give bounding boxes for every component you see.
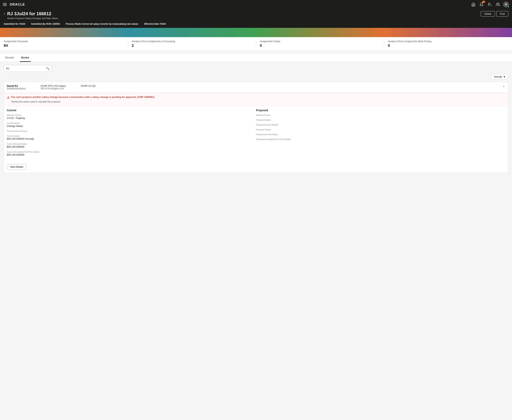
stat-value: 84 bbox=[4, 44, 124, 48]
home-icon-button[interactable] bbox=[470, 1, 476, 8]
sort-by-button[interactable]: Sort By ▼ bbox=[491, 74, 508, 79]
proposed-action-reason: Proposed Action Reason bbox=[256, 124, 505, 126]
stats-row: Assignments Processed 84Number of Error … bbox=[0, 37, 512, 51]
banner-image bbox=[0, 28, 512, 37]
page-header: ‹ RJ 3Jul24 for 166612 Review Proposed S… bbox=[0, 9, 512, 23]
employee-id: E99899095490010 bbox=[7, 87, 26, 90]
submitted-by: Submitted By HCM_USER2 bbox=[31, 23, 60, 25]
stat-label: Number of Error Assignments in Processin… bbox=[132, 40, 252, 43]
effective-date: Effective Date 7/3/24 bbox=[144, 23, 166, 25]
current-annualized-fts: Current Annualized Full-Time Salary $55,… bbox=[7, 151, 256, 156]
stat-card: Assignments Posted 0 bbox=[256, 37, 384, 51]
error-sub-text: Review the values used to calculate this… bbox=[11, 100, 505, 103]
stat-card: Number of Error Assignments While Postin… bbox=[384, 37, 512, 51]
proposed-effective-period: Effective Period bbox=[256, 114, 505, 116]
current-header: Current bbox=[7, 109, 256, 112]
oracle-logo: ORACLE bbox=[10, 3, 25, 7]
current-annual-salary: Current Annual Salary $55,100.000000 bbox=[7, 143, 256, 148]
process-mode: Process Mode Correct all salary records … bbox=[66, 23, 138, 25]
employee-salary-plan: ZCMP RTS USA Salary bbox=[40, 84, 66, 87]
error-section: ⚠ You can't propose another salary chang… bbox=[4, 93, 508, 106]
group-icon[interactable] bbox=[495, 1, 501, 8]
tab-errors[interactable]: Errors bbox=[20, 54, 31, 62]
collapse-button[interactable]: ⌃ bbox=[502, 85, 505, 89]
current-action: Current Action Change Salary bbox=[7, 122, 256, 127]
stat-label: Number of Error Assignments While Postin… bbox=[388, 40, 508, 43]
stat-card: Number of Error Assignments in Processin… bbox=[128, 37, 256, 51]
hamburger-menu[interactable] bbox=[3, 3, 7, 6]
stat-value: 0 bbox=[388, 44, 508, 48]
current-column: Current Effective Period 1/1/16 - Ongoin… bbox=[7, 109, 256, 159]
current-salary: Current salary $55,100.000000 Annually bbox=[7, 135, 256, 140]
main-content: 🔍 Sort By ▼ David RJ E99899095490010 ZCM… bbox=[0, 62, 512, 176]
employee-salary-sub: GBI HCM Widgets USA bbox=[40, 87, 66, 90]
proposed-annual-salary: Proposed Annual Salary bbox=[256, 133, 505, 135]
stat-label: Assignments Processed bbox=[4, 40, 124, 43]
current-effective-period: Effective Period 1/1/16 - Ongoing bbox=[7, 114, 256, 119]
person-slash-icon[interactable] bbox=[487, 1, 493, 8]
proposed-column: Proposed Effective Period Proposed Actio… bbox=[256, 109, 505, 159]
employee-name: David RJ bbox=[7, 84, 26, 87]
error-icon: ⚠ bbox=[7, 96, 9, 99]
view-details-button[interactable]: View Details bbox=[7, 164, 26, 170]
proposed-action: Proposed Action bbox=[256, 119, 505, 121]
tab-results[interactable]: Results bbox=[4, 54, 15, 62]
avatar-status-indicator bbox=[507, 6, 509, 8]
proposed-annualized-fts: Proposed Annualized Full-Time Salary bbox=[256, 138, 505, 140]
sort-row: Sort By ▼ bbox=[4, 74, 508, 79]
tabs-row: ResultsErrors bbox=[0, 54, 512, 62]
current-action-reason: Current Action Reason bbox=[7, 130, 256, 132]
stat-value: 2 bbox=[132, 44, 252, 48]
employee-header: David RJ E99899095490010 ZCMP RTS USA Sa… bbox=[4, 82, 508, 93]
post-button[interactable]: Post bbox=[497, 11, 508, 16]
avatar[interactable]: R bbox=[503, 1, 509, 8]
delete-button[interactable]: Delete bbox=[481, 11, 495, 16]
back-button[interactable]: ‹ bbox=[4, 11, 5, 16]
employee-dept: ZCMP US QA bbox=[81, 84, 96, 87]
error-message: ⚠ You can't propose another salary chang… bbox=[7, 96, 505, 99]
top-navigation: ORACLE 37 R bbox=[0, 0, 512, 9]
notification-icon-button[interactable]: 37 bbox=[479, 1, 484, 8]
search-input[interactable] bbox=[6, 67, 46, 70]
employee-card: David RJ E99899095490010 ZCMP RTS USA Sa… bbox=[4, 82, 508, 173]
notification-badge: 37 bbox=[482, 1, 485, 3]
meta-row: Submitted On 7/3/24 Submitted By HCM_USE… bbox=[0, 23, 512, 28]
proposed-header: Proposed bbox=[256, 109, 505, 112]
proposed-salary: Proposed Salary bbox=[256, 128, 505, 131]
search-icon[interactable]: 🔍 bbox=[46, 67, 50, 70]
stat-value: 0 bbox=[260, 44, 380, 48]
stat-card: Assignments Processed 84 bbox=[0, 37, 128, 51]
page-subtitle: Review Proposed Salary Changes and Rate … bbox=[7, 17, 58, 20]
submitted-on: Submitted On 7/3/24 bbox=[4, 23, 25, 25]
stat-label: Assignments Posted bbox=[260, 40, 380, 43]
svg-point-0 bbox=[489, 3, 490, 4]
chevron-down-icon: ▼ bbox=[503, 75, 505, 78]
svg-point-3 bbox=[497, 3, 498, 4]
page-title: RJ 3Jul24 for 166612 bbox=[7, 11, 58, 16]
current-proposed-section: Current Effective Period 1/1/16 - Ongoin… bbox=[4, 106, 508, 162]
